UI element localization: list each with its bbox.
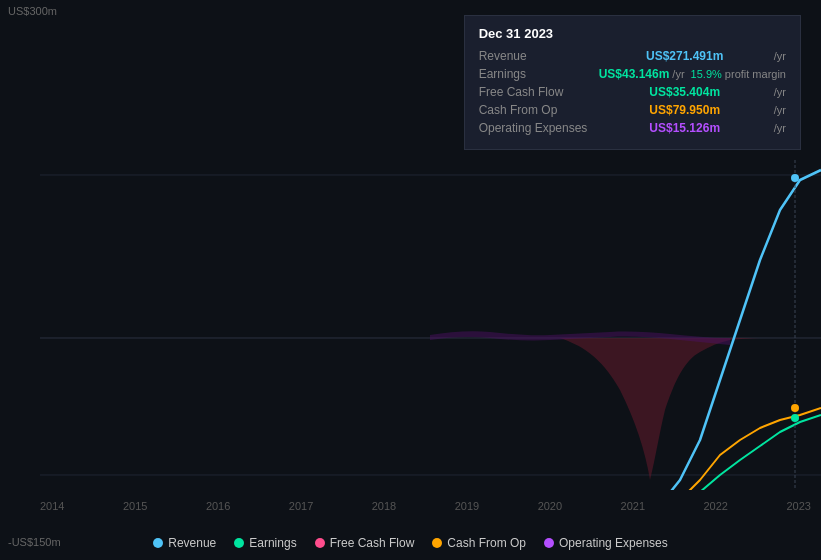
x-label-2023: 2023 xyxy=(786,500,810,512)
x-label-2022: 2022 xyxy=(704,500,728,512)
tooltip-earnings-label: Earnings xyxy=(479,67,599,81)
x-axis: 2014 2015 2016 2017 2018 2019 2020 2021 … xyxy=(40,500,811,512)
x-label-2021: 2021 xyxy=(621,500,645,512)
tooltip-opex-suffix: /yr xyxy=(774,122,786,134)
legend-dot-opex xyxy=(544,538,554,548)
legend-dot-revenue xyxy=(153,538,163,548)
tooltip-cfo-row: Cash From Op US$79.950m /yr xyxy=(479,103,786,117)
chart-svg xyxy=(0,160,821,490)
legend-fcf[interactable]: Free Cash Flow xyxy=(315,536,415,550)
tooltip-fcf-row: Free Cash Flow US$35.404m /yr xyxy=(479,85,786,99)
x-label-2018: 2018 xyxy=(372,500,396,512)
x-label-2014: 2014 xyxy=(40,500,64,512)
tooltip-earnings-suffix: /yr xyxy=(672,68,684,80)
tooltip-revenue-row: Revenue US$271.491m /yr xyxy=(479,49,786,63)
tooltip-fcf-value: US$35.404m xyxy=(649,85,720,99)
tooltip-date: Dec 31 2023 xyxy=(479,26,786,41)
tooltip-opex-label: Operating Expenses xyxy=(479,121,599,135)
tooltip-earnings-value: US$43.146m xyxy=(599,67,670,81)
tooltip-opex-value: US$15.126m xyxy=(649,121,720,135)
svg-point-6 xyxy=(791,404,799,412)
tooltip-revenue-suffix: /yr xyxy=(774,50,786,62)
tooltip-fcf-label: Free Cash Flow xyxy=(479,85,599,99)
tooltip-cfo-value: US$79.950m xyxy=(649,103,720,117)
x-label-2017: 2017 xyxy=(289,500,313,512)
legend-label-fcf: Free Cash Flow xyxy=(330,536,415,550)
tooltip-earnings-row: Earnings US$43.146m /yr 15.9% profit mar… xyxy=(479,67,786,81)
svg-point-5 xyxy=(791,174,799,182)
legend-cfo[interactable]: Cash From Op xyxy=(432,536,526,550)
tooltip-cfo-label: Cash From Op xyxy=(479,103,599,117)
legend-label-opex: Operating Expenses xyxy=(559,536,668,550)
tooltip-opex-row: Operating Expenses US$15.126m /yr xyxy=(479,121,786,135)
legend-dot-earnings xyxy=(234,538,244,548)
legend-dot-cfo xyxy=(432,538,442,548)
x-label-2019: 2019 xyxy=(455,500,479,512)
tooltip-cfo-suffix: /yr xyxy=(774,104,786,116)
chart-container: Dec 31 2023 Revenue US$271.491m /yr Earn… xyxy=(0,0,821,560)
legend-revenue[interactable]: Revenue xyxy=(153,536,216,550)
y-label-300m: US$300m xyxy=(8,5,57,17)
legend-label-revenue: Revenue xyxy=(168,536,216,550)
legend-earnings[interactable]: Earnings xyxy=(234,536,296,550)
x-label-2016: 2016 xyxy=(206,500,230,512)
x-label-2015: 2015 xyxy=(123,500,147,512)
legend-opex[interactable]: Operating Expenses xyxy=(544,536,668,550)
tooltip-panel: Dec 31 2023 Revenue US$271.491m /yr Earn… xyxy=(464,15,801,150)
legend-dot-fcf xyxy=(315,538,325,548)
tooltip-profit-margin: 15.9% profit margin xyxy=(691,68,786,80)
svg-rect-0 xyxy=(0,160,821,490)
legend: Revenue Earnings Free Cash Flow Cash Fro… xyxy=(0,536,821,550)
tooltip-revenue-label: Revenue xyxy=(479,49,599,63)
tooltip-revenue-value: US$271.491m xyxy=(646,49,723,63)
tooltip-fcf-suffix: /yr xyxy=(774,86,786,98)
legend-label-earnings: Earnings xyxy=(249,536,296,550)
x-label-2020: 2020 xyxy=(538,500,562,512)
svg-point-7 xyxy=(791,414,799,422)
legend-label-cfo: Cash From Op xyxy=(447,536,526,550)
